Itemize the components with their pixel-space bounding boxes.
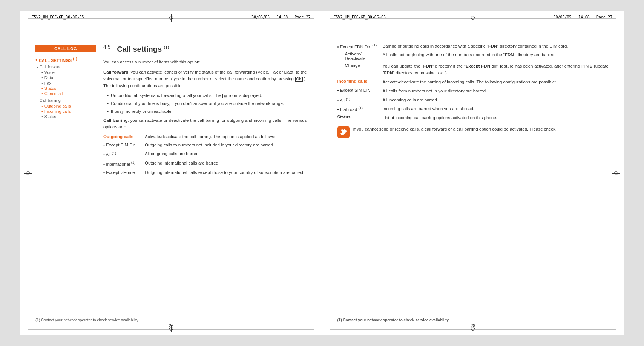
bullet-status-b: • [41, 114, 43, 119]
sidebar-item-data[interactable]: • Data [41, 75, 96, 80]
activate-deactivate-row: Activate/ Deactivate All calls not begin… [337, 52, 609, 61]
bullet-fax: • [41, 81, 43, 85]
activate-desc: All calls not beginning with one of the … [383, 52, 609, 61]
call-forward-text: Call forward: you can activate, cancel o… [103, 69, 307, 89]
all-incoming-label: • All (1) [337, 97, 379, 104]
incoming-calls-label: Incoming calls [337, 79, 379, 86]
status-desc: List of incoming call barring options ac… [383, 115, 609, 121]
except-fdn-desc: Barring of outgoing calls in accordance … [383, 43, 609, 50]
if-abroad-desc: Incoming calls are barred when you are a… [383, 106, 609, 112]
incoming-calls-row: Incoming calls Activate/deactivate the b… [337, 79, 609, 86]
bullet-ifbusy: • If busy, no reply or unreachable. [107, 108, 307, 115]
sidebar-item-status-forward[interactable]: • Status [41, 86, 96, 91]
except-home-desc: Outgoing international calls except thos… [145, 169, 307, 176]
bullet-status-f: • [41, 86, 43, 91]
call-barring-text: Call barring: you can activate or deacti… [103, 117, 307, 131]
status-label: Status [337, 115, 379, 121]
bullet-data: • [41, 75, 43, 80]
sidebar-header: CALL LOG [35, 45, 96, 52]
if-abroad-label: • If abroad (1) [337, 106, 379, 112]
all-outgoing-row: • All (1) All outgoing calls are barred. [103, 151, 307, 158]
intro-text: You can access a number of items with th… [103, 59, 307, 65]
right-content: • Except FDN Dir. (1) Barring of outgoin… [337, 26, 609, 313]
except-fdn-label: • Except FDN Dir. (1) [337, 43, 379, 50]
sidebar-item-status-barring[interactable]: • Status [41, 114, 96, 119]
sidebar-call-settings-label: CALL SETTINGS (1) [39, 57, 77, 63]
outgoing-calls-label: Outgoing calls [103, 134, 141, 140]
footnote-left: (1) Contact your network operator to che… [35, 318, 139, 322]
bullet-incoming: • [41, 109, 43, 114]
except-sim-dir-desc: Outgoing calls to numbers not included i… [145, 142, 307, 148]
bullet-outgoing: • [41, 104, 43, 108]
except-sim-dir-row: • Except SIM Dir. Outgoing calls to numb… [103, 142, 307, 148]
crosshair-bottom-right [469, 325, 477, 332]
notice-text: If you cannot send or receive calls, a c… [353, 126, 609, 138]
left-page: E5V2_UM_FCC-GB_30-06-05 30/06/05 14:08 P… [20, 11, 322, 335]
if-abroad-row: • If abroad (1) Incoming calls are barre… [337, 106, 609, 112]
crosshair-right-mid [612, 169, 620, 177]
international-row: • International (1) Outgoing internation… [103, 160, 307, 168]
sidebar-item-fax[interactable]: • Fax [41, 81, 96, 85]
crosshair-top-right [469, 14, 477, 22]
activate-label: Activate/ Deactivate [337, 52, 379, 61]
except-sim-incoming-row: • Except SIM Dir. All calls from numbers… [337, 88, 609, 95]
notice-icon [337, 126, 350, 138]
sidebar-dash-call-forward: - Call forward [37, 65, 96, 69]
bullet-icon: • [35, 57, 37, 63]
outgoing-calls-row: Outgoing calls Activate/deactivate the c… [103, 134, 307, 140]
status-row: Status List of incoming call barring opt… [337, 115, 609, 121]
all-outgoing-desc: All outgoing calls are barred. [145, 151, 307, 158]
except-home-label: • Except->Home [103, 169, 141, 176]
sidebar-dash-call-barring: - Call barring [37, 98, 96, 103]
doc-id-right: E5V2_UM_FCC-GB_30-06-05 [334, 15, 386, 19]
main-content: 4.5 Call settings (1) You can access a n… [103, 26, 307, 313]
except-sim-incoming-desc: All calls from numbers not in your direc… [383, 88, 609, 95]
bullet-unconditional: • Unconditional: systematic forwarding o… [107, 92, 307, 99]
all-outgoing-label: • All (1) [103, 151, 141, 158]
sidebar-item-cancel-all[interactable]: • Cancel all [41, 91, 96, 96]
change-label: Change [337, 63, 379, 77]
all-incoming-desc: All incoming calls are barred. [383, 97, 609, 104]
change-row: Change You can update the "FDN" director… [337, 63, 609, 77]
all-incoming-row: • All (1) All incoming calls are barred. [337, 97, 609, 104]
bullet-conditional: • Conditional: if your line is busy, if … [107, 100, 307, 107]
notice-phone-icon [340, 128, 347, 136]
sidebar-sub-voice-group: • Voice • Data • Fax • Status [41, 70, 96, 96]
crosshair-bottom-left [167, 325, 175, 332]
except-fdn-dir-row: • Except FDN Dir. (1) Barring of outgoin… [337, 43, 609, 50]
sidebar-item-voice[interactable]: • Voice [41, 70, 96, 75]
except-sim-incoming-label: • Except SIM Dir. [337, 88, 379, 95]
sidebar-item-call-settings[interactable]: • CALL SETTINGS (1) [35, 57, 96, 63]
except-home-row: • Except->Home Outgoing international ca… [103, 169, 307, 176]
forward-bullets: • Unconditional: systematic forwarding o… [107, 92, 307, 115]
sidebar-call-forward-group: - Call forward • Voice • Data • Fax [35, 65, 96, 96]
book-spread: E5V2_UM_FCC-GB_30-06-05 30/06/05 14:08 P… [20, 11, 624, 335]
international-desc: Outgoing international calls are barred. [145, 160, 307, 168]
bullet-voice: • [41, 70, 43, 75]
sidebar-call-barring-group: - Call barring • Outgoing calls • Incomi… [35, 98, 96, 119]
outgoing-calls-desc: Activate/deactivate the call barring. Th… [145, 134, 307, 140]
bullet-cancel: • [41, 91, 43, 96]
sidebar-item-outgoing-calls[interactable]: • Outgoing calls [41, 104, 96, 108]
doc-date-time: 30/06/05 14:08 Page 27 [251, 15, 311, 19]
notice-box: If you cannot send or receive calls, a c… [337, 126, 609, 138]
crosshair-top [167, 14, 175, 22]
section-title: 4.5 Call settings (1) [103, 43, 307, 55]
doc-date-right: 30/06/05 14:08 Page 27 [553, 15, 612, 19]
international-label: • International (1) [103, 160, 141, 168]
sidebar: CALL LOG • CALL SETTINGS (1) - Call forw… [35, 26, 96, 313]
sidebar-sub-barring: • Outgoing calls • Incoming calls • Stat… [41, 104, 96, 119]
change-desc: You can update the "FDN" directory if th… [383, 63, 609, 77]
except-sim-dir-label: • Except SIM Dir. [103, 142, 141, 148]
crosshair-left-mid [24, 169, 32, 177]
sidebar-item-incoming-calls[interactable]: • Incoming calls [41, 109, 96, 114]
right-page: E5V2_UM_FCC-GB_30-06-05 30/06/05 14:08 P… [322, 11, 624, 335]
footnote-right: (1) Contact your network operator to che… [337, 318, 450, 322]
incoming-calls-desc: Activate/deactivate the barring of incom… [383, 79, 609, 86]
doc-id: E5V2_UM_FCC-GB_30-06-05 [32, 15, 84, 19]
